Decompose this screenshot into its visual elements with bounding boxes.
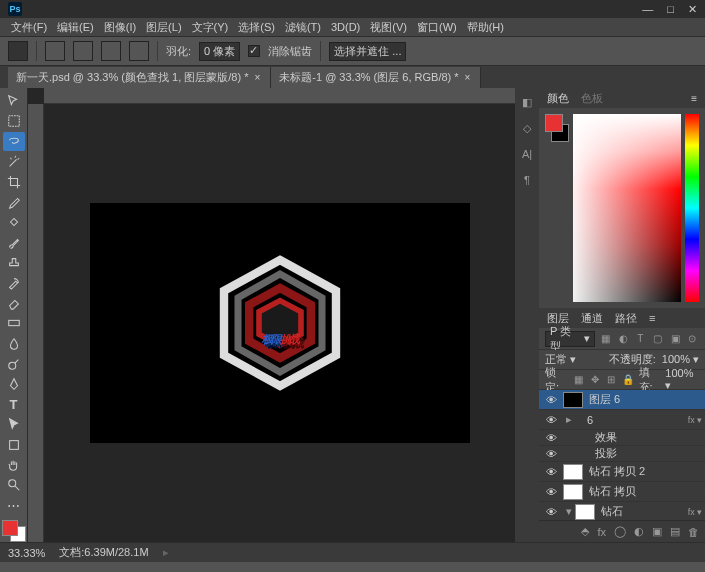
layer-name[interactable]: 钻石 拷贝	[589, 484, 705, 499]
lock-artboard-icon[interactable]: ⊞	[605, 373, 618, 387]
filter-shape-icon[interactable]: ▢	[651, 332, 664, 346]
gradient-tool[interactable]	[3, 314, 25, 332]
feather-input[interactable]: 0 像素	[199, 42, 240, 61]
selection-new-icon[interactable]	[45, 41, 65, 61]
group-icon[interactable]: ▣	[652, 525, 662, 538]
window-minimize[interactable]: —	[642, 3, 653, 16]
link-layers-icon[interactable]: ⬘	[581, 525, 589, 538]
marquee-tool[interactable]	[3, 112, 25, 130]
doc-size[interactable]: 文档:6.39M/28.1M	[59, 545, 148, 560]
fold-icon[interactable]: ▾	[563, 505, 575, 518]
layer-row[interactable]: 👁钻石 拷贝 2	[539, 462, 705, 482]
layer-effect-row[interactable]: 👁投影	[539, 446, 705, 462]
visibility-toggle[interactable]: 👁	[539, 506, 563, 518]
select-and-mask-button[interactable]: 选择并遮住 ...	[329, 42, 406, 61]
filter-pixel-icon[interactable]: ▦	[599, 332, 612, 346]
brush-tool[interactable]	[3, 233, 25, 251]
menu-image[interactable]: 图像(I)	[101, 20, 139, 35]
menu-layer[interactable]: 图层(L)	[143, 20, 184, 35]
type-tool[interactable]: T	[3, 395, 25, 413]
document-tab-1[interactable]: 新一天.psd @ 33.3% (颜色查找 1, 图层蒙版/8) *×	[8, 67, 271, 88]
crop-tool[interactable]	[3, 173, 25, 191]
filter-toggle[interactable]: ⊙	[686, 332, 699, 346]
path-select-tool[interactable]	[3, 415, 25, 433]
paths-tab[interactable]: 路径	[615, 311, 637, 326]
zoom-tool[interactable]	[3, 476, 25, 494]
properties-panel-icon[interactable]: ◇	[519, 120, 535, 136]
delete-layer-icon[interactable]: 🗑	[688, 526, 699, 538]
character-panel-icon[interactable]: A|	[519, 146, 535, 162]
healing-tool[interactable]	[3, 213, 25, 231]
layer-row[interactable]: 👁钻石 拷贝	[539, 482, 705, 502]
antialias-checkbox[interactable]	[248, 45, 260, 57]
layer-fx-icon[interactable]: fx	[597, 526, 606, 538]
selection-intersect-icon[interactable]	[129, 41, 149, 61]
visibility-toggle[interactable]: 👁	[539, 394, 563, 406]
dodge-tool[interactable]	[3, 355, 25, 373]
move-tool[interactable]	[3, 92, 25, 110]
fill-input[interactable]: 100% ▾	[665, 367, 699, 392]
menu-help[interactable]: 帮助(H)	[464, 20, 507, 35]
layer-row[interactable]: 👁▸6fx ▾	[539, 410, 705, 430]
lasso-tool[interactable]	[3, 132, 25, 150]
layer-thumbnail[interactable]	[575, 504, 595, 520]
layer-mask-icon[interactable]: ◯	[614, 525, 626, 538]
fold-icon[interactable]: ▸	[563, 413, 575, 426]
history-panel-icon[interactable]: ◧	[519, 94, 535, 110]
visibility-toggle[interactable]: 👁	[539, 448, 563, 460]
layer-thumbnail[interactable]	[563, 392, 583, 408]
layer-name[interactable]: 6	[587, 414, 685, 426]
blur-tool[interactable]	[3, 334, 25, 352]
menu-select[interactable]: 选择(S)	[235, 20, 278, 35]
edit-toolbar[interactable]: ⋯	[3, 496, 25, 514]
adjustment-layer-icon[interactable]: ◐	[634, 525, 644, 538]
layer-row[interactable]: 👁图层 6	[539, 390, 705, 410]
hue-slider[interactable]	[685, 114, 699, 302]
visibility-toggle[interactable]: 👁	[539, 486, 563, 498]
menu-view[interactable]: 视图(V)	[367, 20, 410, 35]
new-layer-icon[interactable]: ▤	[670, 525, 680, 538]
layer-name[interactable]: 效果	[595, 430, 705, 445]
filter-type-icon[interactable]: T	[634, 332, 647, 346]
layer-row[interactable]: 👁▾钻石fx ▾	[539, 502, 705, 520]
filter-adjust-icon[interactable]: ◐	[616, 332, 629, 346]
panel-menu-icon[interactable]: ≡	[691, 93, 697, 104]
opacity-input[interactable]: 100% ▾	[662, 353, 699, 366]
filter-smart-icon[interactable]: ▣	[668, 332, 681, 346]
document-tab-2[interactable]: 未标题-1 @ 33.3% (图层 6, RGB/8) *×	[271, 67, 481, 88]
color-field[interactable]	[573, 114, 681, 302]
hand-tool[interactable]	[3, 456, 25, 474]
menu-file[interactable]: 文件(F)	[8, 20, 50, 35]
visibility-toggle[interactable]: 👁	[539, 414, 563, 426]
visibility-toggle[interactable]: 👁	[539, 466, 563, 478]
lock-pixels-icon[interactable]: ▦	[572, 373, 585, 387]
ruler-vertical[interactable]	[28, 104, 44, 542]
menu-filter[interactable]: 滤镜(T)	[282, 20, 324, 35]
layer-thumbnail[interactable]	[563, 484, 583, 500]
layer-name[interactable]: 钻石 拷贝 2	[589, 464, 705, 479]
document-canvas[interactable]: 极限挑战	[90, 203, 470, 443]
layer-name[interactable]: 钻石	[601, 504, 685, 519]
swatches-tab[interactable]: 色板	[581, 91, 603, 106]
color-tab[interactable]: 颜色	[547, 91, 569, 106]
fx-badge[interactable]: fx ▾	[685, 415, 705, 425]
layer-name[interactable]: 图层 6	[589, 392, 705, 407]
magic-wand-tool[interactable]	[3, 153, 25, 171]
close-icon[interactable]: ×	[465, 72, 471, 83]
lock-all-icon[interactable]: 🔒	[622, 373, 635, 387]
color-panel-swatches[interactable]	[545, 114, 569, 142]
channels-tab[interactable]: 通道	[581, 311, 603, 326]
window-close[interactable]: ✕	[688, 3, 697, 16]
close-icon[interactable]: ×	[254, 72, 260, 83]
tool-preset-swatch[interactable]	[8, 41, 28, 61]
zoom-level[interactable]: 33.33%	[8, 547, 45, 559]
window-maximize[interactable]: □	[667, 3, 674, 16]
selection-add-icon[interactable]	[73, 41, 93, 61]
layer-thumbnail[interactable]	[563, 464, 583, 480]
visibility-toggle[interactable]: 👁	[539, 432, 563, 444]
layer-effect-row[interactable]: 👁效果	[539, 430, 705, 446]
paragraph-panel-icon[interactable]: ¶	[519, 172, 535, 188]
color-swatches[interactable]	[2, 520, 26, 542]
menu-edit[interactable]: 编辑(E)	[54, 20, 97, 35]
shape-tool[interactable]	[3, 435, 25, 453]
